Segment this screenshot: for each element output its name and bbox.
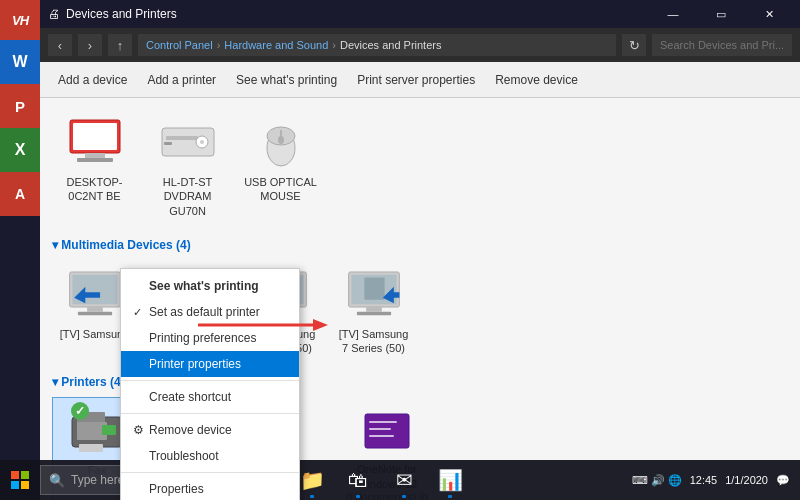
multimedia-item-tv4[interactable]: [TV] Samsung 7 Series (50) [331,260,416,364]
svg-rect-16 [87,307,103,312]
svg-rect-52 [21,481,29,489]
context-menu: See what's printing ✓ Set as default pri… [120,268,300,500]
ctx-properties[interactable]: Properties [121,476,299,500]
maximize-button[interactable]: ▭ [698,0,744,28]
svg-rect-2 [85,153,105,158]
tray-icons: ⌨ 🔊 🌐 [632,474,682,487]
svg-rect-51 [11,481,19,489]
svg-rect-30 [364,277,384,299]
refresh-button[interactable]: ↻ [622,34,646,56]
add-device-label: Add a device [58,73,127,87]
svg-rect-42 [369,435,394,437]
ctx-troubleshoot[interactable]: Troubleshoot [121,443,299,469]
sidebar-app-excel[interactable]: X [0,128,40,172]
address-path[interactable]: Control Panel › Hardware and Sound › Dev… [138,34,616,56]
svg-rect-49 [11,471,19,479]
start-button[interactable] [0,460,40,500]
vh-logo: VH [0,0,40,40]
tv4-icon [344,268,404,323]
title-bar-controls: — ▭ ✕ [650,0,792,28]
notification-icon[interactable]: 💬 [776,474,790,487]
title-bar-left: 🖨 Devices and Printers [48,7,177,21]
red-arrow-indicator [198,315,318,335]
svg-rect-41 [369,428,391,430]
remove-device-button[interactable]: Remove device [485,63,588,97]
taskbar-tray: ⌨ 🔊 🌐 12:45 1/1/2020 💬 [632,474,800,487]
add-device-button[interactable]: Add a device [48,63,137,97]
back-button[interactable]: ‹ [48,34,72,56]
sidebar-app-word[interactable]: W [0,40,40,84]
onenote-icon [357,403,417,458]
svg-rect-50 [21,471,29,479]
devices-grid: DESKTOP-0C2NT BE HL-DT-ST DVDRAM GU70N [52,108,788,226]
title-bar: 🖨 Devices and Printers — ▭ ✕ [40,0,800,28]
sidebar-app-acrobat[interactable]: A [0,172,40,216]
ctx-printer-properties[interactable]: Printer properties [121,351,299,377]
print-server-props-button[interactable]: Print server properties [347,63,485,97]
taskbar-time: 12:45 [690,474,718,486]
svg-rect-8 [164,142,172,145]
breadcrumb-hardware-sound[interactable]: Hardware and Sound [224,39,328,51]
ctx-separator-2 [121,413,299,414]
taskbar-app-misc[interactable]: 📊 [428,460,472,500]
multimedia-tv1-label: [TV] Samsung [60,327,130,341]
ctx-separator-1 [121,380,299,381]
device-item-mouse[interactable]: USB OPTICAL MOUSE [238,108,323,226]
add-printer-button[interactable]: Add a printer [137,63,226,97]
search-input[interactable] [652,34,792,56]
see-whats-printing-label: See what's printing [236,73,337,87]
device-item-computer[interactable]: DESKTOP-0C2NT BE [52,108,137,226]
computer-icon [65,116,125,171]
svg-rect-40 [369,421,397,423]
svg-rect-38 [102,425,116,435]
svg-rect-1 [73,123,117,150]
svg-rect-39 [365,414,409,448]
device-item-dvd[interactable]: HL-DT-ST DVDRAM GU70N [145,108,230,226]
dvd-icon [158,116,218,171]
minimize-button[interactable]: — [650,0,696,28]
close-button[interactable]: ✕ [746,0,792,28]
svg-rect-32 [366,307,382,312]
ctx-separator-3 [121,472,299,473]
search-icon: 🔍 [49,473,65,488]
breadcrumb-control-panel[interactable]: Control Panel [146,39,213,51]
address-bar: ‹ › ↑ Control Panel › Hardware and Sound… [40,28,800,62]
svg-point-7 [200,140,204,144]
svg-rect-37 [79,444,103,452]
taskbar-date: 1/1/2020 [725,474,768,486]
forward-button[interactable]: › [78,34,102,56]
svg-marker-48 [313,319,328,331]
breadcrumb-devices-printers: Devices and Printers [340,39,442,51]
window-title: Devices and Printers [66,7,177,21]
left-sidebar: VH W P X A [0,0,40,500]
mouse-icon [251,116,311,171]
taskbar-app-store[interactable]: 🛍 [336,460,380,500]
svg-rect-17 [77,312,111,316]
tv1-icon [65,268,125,323]
svg-point-12 [278,136,284,144]
device-mouse-label: USB OPTICAL MOUSE [244,175,317,204]
add-printer-label: Add a printer [147,73,216,87]
toolbar: Add a device Add a printer See what's pr… [40,62,800,98]
svg-rect-33 [356,312,390,316]
svg-rect-3 [77,158,113,162]
sidebar-app-ppt[interactable]: P [0,84,40,128]
taskbar-app-mail[interactable]: ✉ [382,460,426,500]
device-computer-label: DESKTOP-0C2NT BE [58,175,131,204]
multimedia-tv4-label: [TV] Samsung 7 Series (50) [337,327,410,356]
remove-device-label: Remove device [495,73,578,87]
see-whats-printing-button[interactable]: See what's printing [226,63,347,97]
ctx-remove-device[interactable]: ⚙ Remove device [121,417,299,443]
svg-rect-5 [166,136,198,140]
multimedia-section-header: ▾ Multimedia Devices (4) [52,238,788,252]
print-server-props-label: Print server properties [357,73,475,87]
window-icon: 🖨 [48,7,60,21]
remove-device-icon: ⚙ [133,423,149,437]
ctx-see-whats-printing[interactable]: See what's printing [121,273,299,299]
ctx-create-shortcut[interactable]: Create shortcut [121,384,299,410]
device-dvd-label: HL-DT-ST DVDRAM GU70N [151,175,224,218]
up-button[interactable]: ↑ [108,34,132,56]
